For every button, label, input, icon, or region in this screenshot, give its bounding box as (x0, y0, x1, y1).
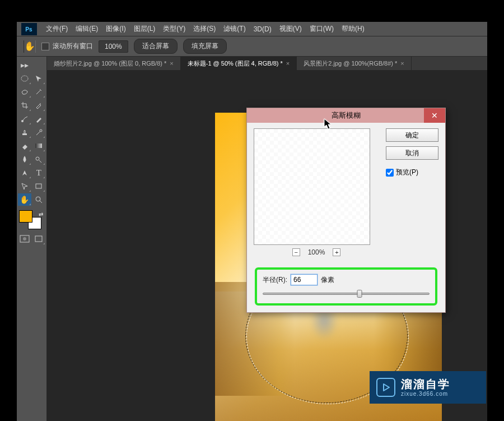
svg-point-3 (21, 120, 24, 122)
healing-brush-tool[interactable] (18, 113, 31, 125)
menu-edit[interactable]: 编辑(E) (72, 22, 101, 36)
checkbox-label: 预览(P) (396, 168, 418, 177)
gradient-tool[interactable] (32, 140, 46, 152)
svg-point-11 (23, 237, 26, 240)
preview-checkbox[interactable]: 预览(P) (386, 168, 438, 177)
document-tab[interactable]: 风景图片2.jpg @ 100%(RGB/8#) * × (297, 57, 412, 70)
blur-tool[interactable] (18, 153, 31, 165)
svg-rect-4 (22, 133, 27, 135)
radius-input[interactable] (291, 274, 318, 285)
svg-point-7 (36, 157, 39, 160)
checkbox-input[interactable] (386, 169, 394, 177)
tab-label: 风景图片2.jpg @ 100%(RGB/8#) * (304, 59, 397, 68)
zoom-out-button[interactable]: − (292, 248, 300, 256)
slider-track (263, 293, 430, 295)
preview-zoom-percent: 100% (308, 248, 325, 256)
dodge-tool[interactable] (32, 153, 46, 165)
hand-tool[interactable]: ✋ (18, 193, 31, 206)
marquee-tool[interactable] (18, 72, 31, 85)
radius-slider[interactable] (263, 290, 430, 298)
svg-rect-8 (36, 184, 41, 188)
lasso-tool[interactable] (18, 86, 31, 98)
close-button[interactable]: ✕ (424, 108, 445, 123)
spacer (32, 59, 46, 71)
menu-layer[interactable]: 图层(L) (130, 22, 159, 36)
menu-select[interactable]: 选择(S) (190, 22, 219, 36)
checkbox-icon (41, 43, 49, 50)
radius-unit-label: 像素 (321, 275, 334, 285)
menu-filter[interactable]: 滤镜(T) (220, 22, 249, 36)
hand-icon: ✋ (24, 40, 36, 53)
svg-point-5 (40, 129, 42, 132)
menu-view[interactable]: 视图(V) (276, 22, 305, 36)
close-icon[interactable]: × (400, 60, 404, 67)
crop-tool[interactable] (18, 99, 31, 112)
svg-rect-12 (35, 236, 42, 242)
fit-screen-button[interactable]: 适合屏幕 (134, 39, 178, 54)
eyedropper-tool[interactable] (32, 99, 46, 112)
radius-controls-highlight: 半径(R): 像素 (255, 267, 437, 306)
svg-rect-6 (35, 144, 42, 148)
dialog-title: 高斯模糊 (332, 110, 361, 121)
gaussian-blur-dialog: 高斯模糊 ✕ − 100% + 确定 取消 预览(P) 半径(R): 像素 (246, 108, 446, 313)
stamp-tool[interactable] (18, 126, 31, 138)
ok-button[interactable]: 确定 (386, 128, 438, 142)
svg-text:Ps: Ps (25, 26, 32, 33)
svg-point-2 (21, 76, 28, 81)
zoom-percent-field[interactable]: 100% (99, 40, 128, 53)
path-selection-tool[interactable] (18, 180, 31, 192)
color-swatches[interactable]: ⇄ (18, 210, 46, 229)
scroll-all-windows-checkbox[interactable]: 滚动所有窗口 (41, 41, 93, 51)
watermark-title: 溜溜自学 (401, 377, 450, 391)
menu-type[interactable]: 类型(Y) (160, 22, 189, 36)
slider-thumb[interactable] (357, 290, 362, 298)
menu-image[interactable]: 图像(I) (102, 22, 129, 36)
zoom-in-button[interactable]: + (333, 248, 340, 256)
checkbox-label: 滚动所有窗口 (53, 41, 93, 51)
type-tool[interactable]: T (32, 166, 46, 179)
menu-window[interactable]: 窗口(W) (306, 22, 337, 36)
move-tool[interactable] (32, 72, 46, 85)
pen-tool[interactable] (18, 166, 31, 179)
brush-tool[interactable] (32, 113, 46, 125)
collapse-icon[interactable]: ▸▸ (18, 59, 31, 71)
toolbox: ▸▸ (17, 57, 47, 421)
cancel-button[interactable]: 取消 (386, 146, 438, 160)
watermark-subtitle: zixue.3d66.com (401, 391, 450, 397)
watermark-badge: 溜溜自学 zixue.3d66.com (370, 371, 486, 404)
eraser-tool[interactable] (18, 140, 31, 152)
tab-label: 婚纱照片2.jpg @ 100% (图层 0, RGB/8) * (54, 59, 166, 68)
document-tabs: 婚纱照片2.jpg @ 100% (图层 0, RGB/8) * × 未标题-1… (47, 57, 487, 70)
zoom-tool[interactable] (32, 193, 46, 206)
foreground-color-swatch[interactable] (19, 210, 32, 223)
ps-logo: Ps (21, 23, 37, 35)
menu-file[interactable]: 文件(F) (43, 22, 71, 36)
fill-screen-button[interactable]: 填充屏幕 (183, 39, 227, 54)
preview-thumbnail[interactable] (254, 128, 370, 245)
dialog-titlebar[interactable]: 高斯模糊 ✕ (247, 108, 445, 123)
menubar: Ps 文件(F) 编辑(E) 图像(I) 图层(L) 类型(Y) 选择(S) 滤… (17, 22, 487, 36)
quick-mask-toggle[interactable] (18, 233, 31, 245)
preview-zoom-controls: − 100% + (254, 248, 379, 256)
screen-mode-toggle[interactable] (32, 233, 46, 245)
shape-tool[interactable] (32, 180, 46, 192)
magic-wand-tool[interactable] (32, 86, 46, 98)
menu-help[interactable]: 帮助(H) (338, 22, 368, 36)
svg-point-9 (36, 197, 40, 201)
menu-3d[interactable]: 3D(D) (250, 23, 275, 35)
play-icon (376, 378, 395, 397)
document-tab[interactable]: 婚纱照片2.jpg @ 100% (图层 0, RGB/8) * × (47, 57, 181, 70)
history-brush-tool[interactable] (32, 126, 46, 138)
close-icon[interactable]: × (286, 60, 290, 67)
radius-label: 半径(R): (263, 275, 287, 285)
tab-label: 未标题-1 @ 50% (图层 4, RGB/8) * (188, 59, 283, 68)
options-bar: ✋ 滚动所有窗口 100% 适合屏幕 填充屏幕 (17, 36, 487, 57)
close-icon[interactable]: × (170, 60, 173, 67)
document-tab[interactable]: 未标题-1 @ 50% (图层 4, RGB/8) * × (181, 57, 297, 70)
